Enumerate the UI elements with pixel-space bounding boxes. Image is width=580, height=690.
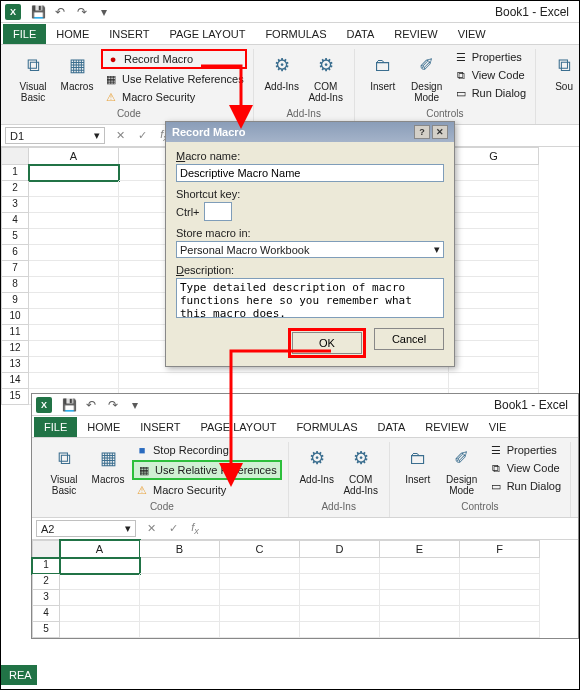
row-header[interactable]: 3 bbox=[32, 590, 60, 606]
cell[interactable] bbox=[29, 229, 119, 245]
cancel-button[interactable]: Cancel bbox=[374, 328, 444, 350]
macros-button[interactable]: ▦Macros bbox=[55, 49, 99, 94]
cell[interactable] bbox=[220, 590, 300, 606]
cell[interactable] bbox=[449, 213, 539, 229]
row-header[interactable]: 8 bbox=[1, 277, 29, 293]
row-header[interactable]: 6 bbox=[1, 245, 29, 261]
cell[interactable] bbox=[140, 574, 220, 590]
cell[interactable] bbox=[300, 622, 380, 638]
tab-file[interactable]: FILE bbox=[34, 417, 77, 437]
addins-button[interactable]: ⚙Add-Ins bbox=[260, 49, 304, 94]
cell[interactable] bbox=[60, 606, 140, 622]
cell[interactable] bbox=[60, 590, 140, 606]
col-header[interactable]: E bbox=[380, 540, 460, 558]
col-header[interactable]: A bbox=[29, 147, 119, 165]
row-header[interactable]: 11 bbox=[1, 325, 29, 341]
cell[interactable] bbox=[460, 622, 540, 638]
name-box[interactable]: A2▾ bbox=[36, 520, 136, 537]
cell[interactable] bbox=[60, 574, 140, 590]
tab-insert[interactable]: INSERT bbox=[130, 417, 190, 437]
cell[interactable] bbox=[140, 606, 220, 622]
cell[interactable] bbox=[29, 309, 119, 325]
macro-security-button[interactable]: ⚠Macro Security bbox=[132, 482, 282, 498]
visual-basic-button[interactable]: ⧉Visual Basic bbox=[42, 442, 86, 498]
cell[interactable] bbox=[29, 197, 119, 213]
cell[interactable] bbox=[449, 341, 539, 357]
tab-pagelayout[interactable]: PAGE LAYOUT bbox=[159, 24, 255, 44]
cell[interactable] bbox=[60, 558, 140, 574]
select-all-corner[interactable] bbox=[1, 147, 29, 165]
cell[interactable] bbox=[449, 325, 539, 341]
col-header[interactable]: A bbox=[60, 540, 140, 558]
redo-icon[interactable]: ↷ bbox=[73, 3, 91, 21]
row-header[interactable]: 2 bbox=[32, 574, 60, 590]
close-icon[interactable]: ✕ bbox=[432, 125, 448, 139]
record-macro-button[interactable]: ●Record Macro bbox=[101, 49, 247, 69]
insert-control-button[interactable]: 🗀Insert bbox=[361, 49, 405, 94]
tab-data[interactable]: DATA bbox=[368, 417, 416, 437]
addins-button[interactable]: ⚙Add-Ins bbox=[295, 442, 339, 487]
name-box[interactable]: D1▾ bbox=[5, 127, 105, 144]
row-header[interactable]: 4 bbox=[32, 606, 60, 622]
fx-enter-icon[interactable]: ✓ bbox=[164, 520, 182, 538]
col-header[interactable]: G bbox=[449, 147, 539, 165]
store-in-select[interactable]: Personal Macro Workbook▾ bbox=[176, 241, 444, 258]
row-header[interactable]: 9 bbox=[1, 293, 29, 309]
cell[interactable] bbox=[29, 373, 119, 389]
tab-home[interactable]: HOME bbox=[77, 417, 130, 437]
cell[interactable] bbox=[220, 574, 300, 590]
fx-cancel-icon[interactable]: ✕ bbox=[111, 127, 129, 145]
cell[interactable] bbox=[29, 165, 119, 181]
tab-formulas[interactable]: FORMULAS bbox=[255, 24, 336, 44]
cell[interactable] bbox=[449, 357, 539, 373]
tab-view[interactable]: VIEW bbox=[448, 24, 496, 44]
design-mode-button[interactable]: ✐Design Mode bbox=[405, 49, 449, 105]
cell[interactable] bbox=[449, 261, 539, 277]
cell[interactable] bbox=[380, 606, 460, 622]
cell[interactable] bbox=[300, 574, 380, 590]
cell[interactable] bbox=[380, 622, 460, 638]
save-icon[interactable]: 💾 bbox=[60, 396, 78, 414]
cell[interactable] bbox=[380, 558, 460, 574]
source-button[interactable]: ⧉Sou bbox=[542, 49, 580, 94]
cell[interactable] bbox=[29, 357, 119, 373]
cell[interactable] bbox=[449, 229, 539, 245]
cell[interactable] bbox=[220, 606, 300, 622]
cell[interactable] bbox=[140, 558, 220, 574]
properties-button[interactable]: ☰Properties bbox=[451, 49, 529, 65]
row-header[interactable]: 2 bbox=[1, 181, 29, 197]
cell[interactable] bbox=[29, 325, 119, 341]
use-relative-refs-button[interactable]: ▦Use Relative References bbox=[101, 71, 247, 87]
tab-review[interactable]: REVIEW bbox=[384, 24, 447, 44]
fx-enter-icon[interactable]: ✓ bbox=[133, 127, 151, 145]
cell[interactable] bbox=[300, 590, 380, 606]
fx-cancel-icon[interactable]: ✕ bbox=[142, 520, 160, 538]
cell[interactable] bbox=[29, 181, 119, 197]
help-icon[interactable]: ? bbox=[414, 125, 430, 139]
cell[interactable] bbox=[380, 574, 460, 590]
macro-name-input[interactable] bbox=[176, 164, 444, 182]
tab-data[interactable]: DATA bbox=[337, 24, 385, 44]
row-header[interactable]: 4 bbox=[1, 213, 29, 229]
col-header[interactable]: D bbox=[300, 540, 380, 558]
cell[interactable] bbox=[300, 558, 380, 574]
ok-button[interactable]: OK bbox=[292, 332, 362, 354]
col-header[interactable]: F bbox=[460, 540, 540, 558]
run-dialog-button[interactable]: ▭Run Dialog bbox=[486, 478, 564, 494]
tab-insert[interactable]: INSERT bbox=[99, 24, 159, 44]
macro-security-button[interactable]: ⚠Macro Security bbox=[101, 89, 247, 105]
col-header[interactable]: C bbox=[220, 540, 300, 558]
cell[interactable] bbox=[449, 309, 539, 325]
cell[interactable] bbox=[449, 197, 539, 213]
customize-qat-icon[interactable]: ▾ bbox=[95, 3, 113, 21]
row-header[interactable]: 7 bbox=[1, 261, 29, 277]
design-mode-button[interactable]: ✐Design Mode bbox=[440, 442, 484, 498]
row-header[interactable]: 10 bbox=[1, 309, 29, 325]
tab-formulas[interactable]: FORMULAS bbox=[286, 417, 367, 437]
properties-button[interactable]: ☰Properties bbox=[486, 442, 564, 458]
cell[interactable] bbox=[29, 213, 119, 229]
shortcut-key-input[interactable] bbox=[204, 202, 232, 221]
cell[interactable] bbox=[29, 277, 119, 293]
dialog-titlebar[interactable]: Record Macro ?✕ bbox=[166, 122, 454, 142]
row-header[interactable]: 12 bbox=[1, 341, 29, 357]
